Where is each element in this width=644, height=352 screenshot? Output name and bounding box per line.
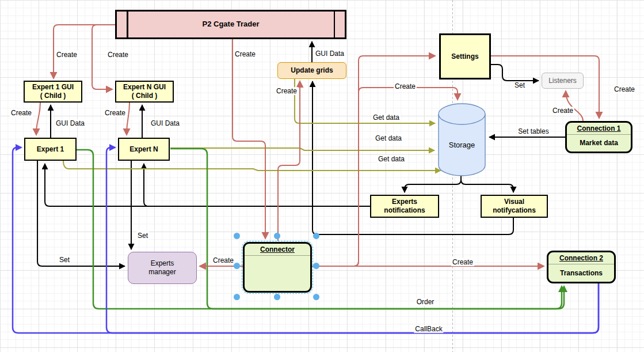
node-update-grids[interactable]: Update grids [277,62,346,79]
edge-label: Create [394,82,417,90]
edge-set-settings-to-listeners[interactable] [491,65,539,81]
selection-handle-s[interactable] [274,294,280,300]
node-subtitle: Market data [567,135,631,152]
edge-label: Set tables [517,127,550,135]
edge-set-expert1-to-manager[interactable] [37,161,125,266]
edge-label: Create [106,51,129,59]
node-label: Listeners [548,77,577,85]
node-label: Expert 1 [37,145,64,154]
edge-create-expertNgui-to-expertN[interactable] [127,103,129,135]
node-expert-n[interactable]: Expert N [118,138,170,161]
edge-create-connection1-to-listeners[interactable] [566,91,583,121]
selection-handle-nw[interactable] [234,233,240,239]
edge-create-expert1gui-to-expert1[interactable] [36,103,40,135]
edge-label: Create [451,258,474,266]
edge-label: Set [513,81,526,89]
node-label: manager [148,268,176,277]
edge-label: GUI Data [150,119,181,127]
node-label: Experts [392,198,417,206]
node-visual-notifications[interactable]: Visual notifycations [481,195,548,218]
node-expert-1[interactable]: Expert 1 [24,138,77,161]
node-connector[interactable]: Connector [243,242,312,293]
edge-label: Create [275,87,298,95]
edge-label: Order [416,298,436,306]
node-label: P2 Cgate Trader [203,20,260,29]
edge-label: Create [551,107,574,115]
node-label: notifications [384,206,425,215]
node-subtitle: Transactions [548,264,614,282]
node-p2-cgate-trader[interactable]: P2 Cgate Trader [115,10,346,39]
selection-handle-e[interactable] [313,263,319,269]
edge-create-connector-to-updategrids[interactable] [278,81,300,241]
node-label: ( Child ) [132,92,158,100]
edge-order-expertN-to-connection2[interactable] [170,149,564,309]
edge-label: Create [104,109,127,117]
node-settings[interactable]: Settings [439,33,491,80]
process-bar-right [334,12,336,37]
edge-label: Create [10,109,33,117]
node-body-empty [245,256,310,291]
node-expert-1-gui[interactable]: Expert 1 GUI ( Child ) [24,81,82,103]
edge-label: GUI Data [314,50,345,58]
edge-callback-connection2-to-expert1[interactable] [13,147,599,333]
selection-handle-w[interactable] [234,263,240,269]
edge-label: Create [212,256,235,264]
edge-label: GUI Data [55,119,86,127]
node-label: Visual [504,198,524,206]
edge-storage-to-visualnotif[interactable] [461,176,513,192]
node-label: Expert 1 GUI [32,83,74,92]
node-title: Connector [245,244,310,255]
node-label: Expert N GUI [123,83,166,92]
edge-label: Create [613,85,636,93]
node-label: Experts [151,259,174,268]
node-label: Update grids [291,66,333,75]
process-bar-left [127,12,128,37]
node-label: Settings [451,52,478,61]
edge-label: Create [234,50,257,58]
diagram-canvas: P2 Cgate Trader Expert 1 GUI ( Child ) E… [0,0,644,352]
edge-label: CallBack [414,325,443,333]
edge-label: Get data [374,134,403,142]
edge-label: Create [55,51,78,59]
selection-handle-n[interactable] [274,233,280,239]
selection-handle-se[interactable] [313,294,319,300]
node-expert-n-gui[interactable]: Expert N GUI ( Child ) [115,81,174,103]
node-label: Expert N [129,145,158,154]
node-label: ( Child ) [40,92,66,100]
selection-handle-sw[interactable] [234,294,240,300]
edge-create-p2-to-connector[interactable] [233,39,265,239]
node-experts-manager[interactable]: Experts manager [128,252,197,284]
node-storage[interactable] [439,104,485,176]
storage-label: Storage [439,141,485,149]
node-title: Connection 2 [548,252,614,264]
node-experts-notifications[interactable]: Experts notifications [370,195,439,218]
edge-order-expert1-to-connection2[interactable] [77,150,562,309]
selection-handle-ne[interactable] [313,233,319,239]
node-listeners[interactable]: Listeners [542,73,584,89]
node-connection-1[interactable]: Connection 1 Market data [565,121,632,153]
node-title: Connection 1 [567,123,631,134]
edge-callback-connection2-to-expertN[interactable] [106,147,599,333]
edge-getdata-expertN-to-storage[interactable] [170,148,435,150]
edge-label: Set [58,256,71,264]
edge-label: Get data [372,113,401,122]
node-label: notifycations [493,206,536,215]
edge-label: Get data [377,155,406,163]
node-connection-2[interactable]: Connection 2 Transactions [547,251,616,283]
edge-label: Set [136,232,149,240]
